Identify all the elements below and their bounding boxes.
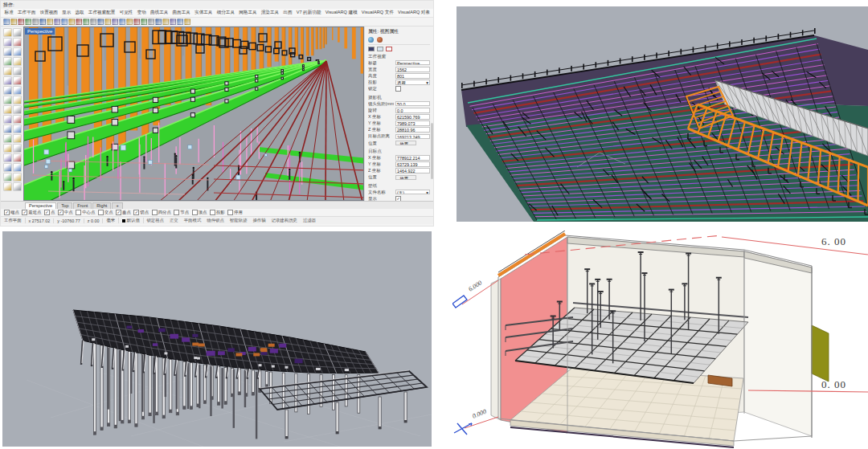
menu-tab-18[interactable]: VisualARQ 文件 [359, 10, 395, 16]
menu-tab-4[interactable]: 显示 [60, 10, 73, 16]
undo-icon[interactable] [54, 18, 60, 25]
viewport-tab-perspective[interactable]: Perspective [25, 202, 56, 210]
osnap-顶点[interactable]: 顶点 [192, 210, 207, 215]
hide-icon[interactable] [177, 18, 183, 25]
property-value-field[interactable]: Perspective [395, 60, 430, 66]
osnap-checkbox[interactable]: ✓ [116, 210, 121, 215]
layers-tab-icon[interactable] [377, 37, 383, 43]
scale-icon[interactable] [126, 18, 133, 25]
osnap-checkbox[interactable]: ✓ [58, 210, 63, 215]
property-value-field[interactable]: 1562 [395, 67, 430, 72]
menu-tab-12[interactable]: 细分工具 [215, 10, 237, 16]
menu-tab-7[interactable]: 可见性 [117, 10, 135, 16]
rectangle-tool-icon[interactable] [3, 67, 12, 76]
property-value-field[interactable]: 801 [395, 73, 430, 79]
osnap-checkbox[interactable] [98, 210, 104, 215]
text-tool-icon[interactable] [13, 153, 22, 162]
viewport-canvas[interactable] [24, 27, 364, 201]
surface-corner-tool-icon[interactable] [13, 76, 22, 85]
offset-tool-icon[interactable] [3, 134, 12, 143]
redo-icon[interactable] [61, 18, 68, 25]
property-value-field[interactable]: 778912.214 [395, 155, 430, 161]
toggle-物件锁点[interactable]: 物件锁点 [204, 218, 227, 223]
curve-tool-icon[interactable] [13, 47, 22, 56]
toggle-过滤器[interactable]: 过滤器 [300, 218, 318, 223]
osnap-中心点[interactable]: 中心点 [76, 210, 95, 215]
dimension-tool-icon[interactable] [3, 153, 12, 162]
group-tool-icon[interactable] [3, 173, 12, 182]
hide-object-tool-icon[interactable] [3, 182, 12, 191]
point-tool-icon[interactable] [3, 163, 12, 172]
scale-tool-tool-icon[interactable] [13, 144, 22, 153]
menu-tab-8[interactable]: 变动 [135, 10, 148, 16]
revolve-tool-icon[interactable] [3, 96, 12, 104]
property-value-field[interactable]: 28810.96 [395, 127, 430, 133]
锁定-checkbox[interactable] [395, 86, 401, 92]
y-coordinate[interactable]: y -10760.77 [54, 218, 84, 223]
rotate-tool-icon[interactable] [13, 38, 22, 47]
chamfer-tool-icon[interactable] [13, 124, 22, 133]
property-value-field[interactable]: 63729.139 [395, 161, 430, 167]
toggle-锁定格点[interactable]: 锁定格点 [144, 218, 167, 223]
menu-tab-19[interactable]: VisualARQ 对象 [395, 10, 432, 16]
x-coordinate[interactable]: x 27517.02 [26, 218, 55, 223]
select-lasso-tool-icon[interactable] [13, 28, 22, 37]
toggle-操作轴[interactable]: 操作轴 [250, 218, 268, 223]
split-tool-icon[interactable] [13, 115, 22, 124]
panel-scrollbar[interactable] [431, 123, 433, 179]
menu-tab-1[interactable]: 标准 [2, 10, 15, 16]
osnap-垂点[interactable]: ✓垂点 [116, 210, 131, 215]
osnap-checkbox[interactable]: ✓ [22, 210, 27, 215]
menu-tab-5[interactable]: 选取 [73, 10, 86, 16]
fillet-tool-icon[interactable] [3, 124, 12, 133]
split-icon[interactable] [155, 18, 162, 25]
osnap-投影[interactable]: 投影 [210, 210, 225, 215]
print-icon[interactable] [25, 18, 31, 25]
join-icon[interactable] [141, 18, 147, 25]
z-coordinate[interactable]: z 0.00 [84, 218, 104, 223]
property-value-field[interactable]: 0.0 [395, 108, 430, 113]
menu-tab-2[interactable]: 工作平面 [15, 10, 38, 16]
osnap-checkbox[interactable] [174, 210, 179, 215]
toggle-平面模式[interactable]: 平面模式 [181, 218, 204, 223]
toggle-智能轨迹[interactable]: 智能轨迹 [227, 218, 250, 223]
layer-icon[interactable] [170, 18, 176, 25]
menu-tab-6[interactable]: 工作视窗配置 [86, 10, 117, 16]
property-value-field[interactable]: 621590.769 [395, 114, 430, 120]
menu-tab-9[interactable]: 曲线工具 [148, 10, 170, 16]
menu-tab-16[interactable]: V7 的新功能 [294, 10, 323, 16]
menu-tab-14[interactable]: 渲染工具 [259, 10, 281, 16]
select-icon[interactable] [68, 18, 75, 25]
osnap-中点[interactable]: ✓中点 [58, 210, 73, 215]
boolean-union-tool-icon[interactable] [3, 105, 12, 114]
paste-icon[interactable] [47, 18, 53, 25]
menu-tab-17[interactable]: VisualARQ 建模 [323, 10, 359, 16]
save-icon[interactable] [18, 18, 24, 25]
trim-tool-icon[interactable] [3, 115, 12, 124]
menu-tab-10[interactable]: 曲面工具 [170, 10, 193, 16]
property-value-field[interactable]: 7989.073 [395, 120, 430, 126]
osnap-四分点[interactable]: 四分点 [152, 210, 171, 215]
array-tool-icon[interactable] [3, 144, 12, 153]
mirror-icon[interactable] [133, 18, 140, 25]
lock-icon[interactable] [184, 18, 190, 25]
rotate-view-icon[interactable] [97, 18, 104, 25]
osnap-交点[interactable]: 交点 [98, 210, 113, 215]
osnap-切点[interactable]: ✓切点 [133, 210, 149, 215]
menu-tab-20[interactable]: VisualARQ 工具 [432, 10, 433, 16]
property-value-field[interactable]: 50.0 [395, 101, 430, 107]
property-value-field[interactable]: 169213.249 [395, 134, 430, 140]
viewport-title-label[interactable]: Perspective [25, 28, 55, 35]
surface-tool-icon[interactable] [3, 76, 12, 85]
menu-tab-13[interactable]: 网格工具 [237, 10, 260, 16]
cut-icon[interactable] [32, 18, 39, 25]
viewport-tab-+[interactable]: + [112, 202, 122, 210]
lock-object-tool-icon[interactable] [13, 182, 22, 191]
circle-tool-icon[interactable] [3, 57, 12, 66]
polyline-tool-icon[interactable] [3, 47, 12, 56]
units-pane[interactable]: 毫米 [103, 218, 119, 223]
property-value-field[interactable]: (无)▾ [395, 190, 430, 195]
viewport-tab-right[interactable]: Right [92, 202, 111, 210]
loft-tool-icon[interactable] [3, 86, 12, 95]
boolean-difference-tool-icon[interactable] [13, 105, 22, 114]
